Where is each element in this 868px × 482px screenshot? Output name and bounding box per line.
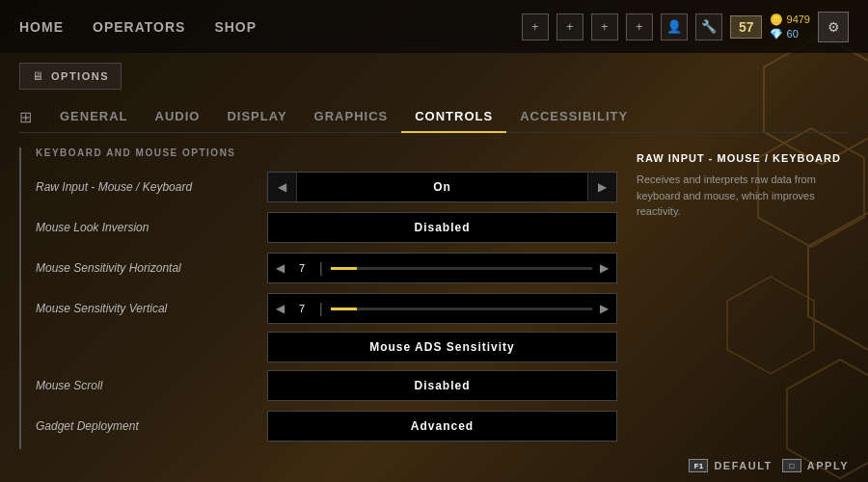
nav-home[interactable]: HOME: [19, 14, 64, 40]
mouse-scroll-disabled[interactable]: Disabled: [267, 370, 617, 401]
mouse-look-label: Mouse Look Inversion: [36, 221, 267, 234]
nav-settings-button[interactable]: ⚙: [818, 12, 849, 42]
settings-tabs: ⊞ GENERAL AUDIO DISPLAY GRAPHICS CONTROL…: [19, 101, 849, 133]
mouse-sens-v-control: ◀ 7 | ▶: [267, 293, 617, 324]
tab-display[interactable]: DISPLAY: [213, 101, 300, 133]
info-title: RAW INPUT - MOUSE / KEYBOARD: [637, 152, 849, 164]
nav-person-icon[interactable]: 👤: [661, 13, 688, 40]
nav-operators[interactable]: OPERATORS: [93, 14, 185, 40]
slider-v-num: 7: [292, 303, 312, 314]
settings-tab-icon: ⊞: [19, 108, 32, 126]
slider-h-track: [331, 267, 592, 270]
nav-blue: 💎 60: [770, 27, 810, 40]
nav-left: HOME OPERATORS SHOP: [19, 14, 257, 40]
info-text: Receives and interprets raw data from ke…: [637, 172, 849, 220]
content-area: KEYBOARD AND MOUSE OPTIONS Raw Input - M…: [19, 147, 849, 449]
slider-v-left-arrow[interactable]: ◀: [276, 302, 285, 315]
nav-right: + + + + 👤 🔧 57 🪙 9479 💎 60 ⚙: [522, 12, 849, 42]
apply-icon: □: [782, 459, 801, 472]
bottom-bar: F1 DEFAULT □ APPLY: [689, 459, 849, 472]
tab-controls[interactable]: CONTROLS: [401, 101, 506, 133]
raw-input-toggle[interactable]: ◀ On ▶: [267, 172, 617, 202]
raw-input-arrow-left[interactable]: ◀: [268, 173, 297, 201]
slider-v-track: [331, 308, 592, 310]
nav-gold: 🪙 9479: [770, 13, 810, 26]
mouse-sens-h-label: Mouse Sensitivity Horizontal: [36, 261, 267, 275]
slider-h-left-arrow[interactable]: ◀: [276, 261, 285, 275]
slider-h-num: 7: [292, 262, 312, 274]
ads-row: Mouse ADS Sensitivity: [36, 332, 617, 362]
raw-input-label: Raw Input - Mouse / Keyboard: [36, 180, 267, 194]
raw-input-control: ◀ On ▶: [267, 172, 617, 202]
nav-plus-4[interactable]: +: [626, 13, 653, 40]
nav-shop[interactable]: SHOP: [214, 14, 257, 40]
tab-audio[interactable]: AUDIO: [142, 101, 214, 133]
section-label: KEYBOARD AND MOUSE OPTIONS: [36, 147, 617, 158]
slider-h-fill: [331, 267, 357, 270]
mouse-sens-h-control: ◀ 7 | ▶: [267, 253, 617, 283]
slider-h-pipe: |: [319, 260, 323, 276]
default-icon: F1: [689, 459, 708, 472]
mouse-scroll-row: Mouse Scroll Disabled: [36, 368, 617, 403]
default-label: DEFAULT: [714, 460, 772, 471]
slider-v-fill: [331, 308, 357, 310]
apply-label: APPLY: [807, 460, 849, 471]
slider-v-pipe: |: [319, 301, 323, 316]
left-panel: KEYBOARD AND MOUSE OPTIONS Raw Input - M…: [19, 147, 617, 449]
mouse-scroll-label: Mouse Scroll: [36, 379, 267, 392]
options-header: 🖥 OPTIONS: [19, 63, 122, 90]
nav-plus-3[interactable]: +: [591, 13, 618, 40]
options-icon: 🖥: [32, 69, 43, 83]
nav-level: 57: [730, 15, 763, 39]
raw-input-row: Raw Input - Mouse / Keyboard ◀ On ▶: [36, 170, 617, 204]
options-title: OPTIONS: [51, 70, 109, 82]
mouse-sens-v-slider[interactable]: ◀ 7 | ▶: [267, 293, 617, 324]
gadget-deploy-label: Gadget Deployment: [36, 419, 267, 433]
slider-h-right-arrow[interactable]: ▶: [600, 261, 609, 275]
mouse-scroll-control: Disabled: [267, 370, 617, 401]
tab-general[interactable]: GENERAL: [46, 101, 142, 133]
right-panel: RAW INPUT - MOUSE / KEYBOARD Receives an…: [637, 147, 849, 449]
tab-graphics[interactable]: GRAPHICS: [301, 101, 402, 133]
main-content: 🖥 OPTIONS ⊞ GENERAL AUDIO DISPLAY GRAPHI…: [0, 53, 868, 459]
top-nav: HOME OPERATORS SHOP + + + + 👤 🔧 57 🪙 947…: [0, 0, 868, 53]
raw-input-value: On: [297, 180, 587, 194]
mouse-sens-v-label: Mouse Sensitivity Vertical: [36, 302, 267, 315]
mouse-look-control: Disabled: [267, 212, 617, 243]
mouse-look-disabled[interactable]: Disabled: [267, 212, 617, 243]
nav-wrench-icon[interactable]: 🔧: [695, 13, 722, 40]
ads-button[interactable]: Mouse ADS Sensitivity: [267, 332, 617, 362]
mouse-look-row: Mouse Look Inversion Disabled: [36, 210, 617, 245]
mouse-sens-h-row: Mouse Sensitivity Horizontal ◀ 7 | ▶: [36, 251, 617, 285]
gadget-deploy-control: Advanced: [267, 411, 617, 442]
default-button[interactable]: F1 DEFAULT: [689, 459, 772, 472]
raw-input-arrow-right[interactable]: ▶: [587, 173, 616, 201]
slider-v-right-arrow[interactable]: ▶: [600, 302, 609, 315]
gadget-deploy-row: Gadget Deployment Advanced: [36, 409, 617, 443]
apply-button[interactable]: □ APPLY: [782, 459, 849, 472]
mouse-sens-h-slider[interactable]: ◀ 7 | ▶: [267, 253, 617, 283]
nav-currency: 🪙 9479 💎 60: [770, 13, 810, 40]
nav-plus-2[interactable]: +: [556, 13, 583, 40]
nav-plus-1[interactable]: +: [522, 13, 549, 40]
mouse-sens-v-row: Mouse Sensitivity Vertical ◀ 7 | ▶: [36, 291, 617, 326]
gadget-deploy-value[interactable]: Advanced: [267, 411, 617, 442]
tab-accessibility[interactable]: ACCESSIBILITY: [506, 101, 641, 133]
